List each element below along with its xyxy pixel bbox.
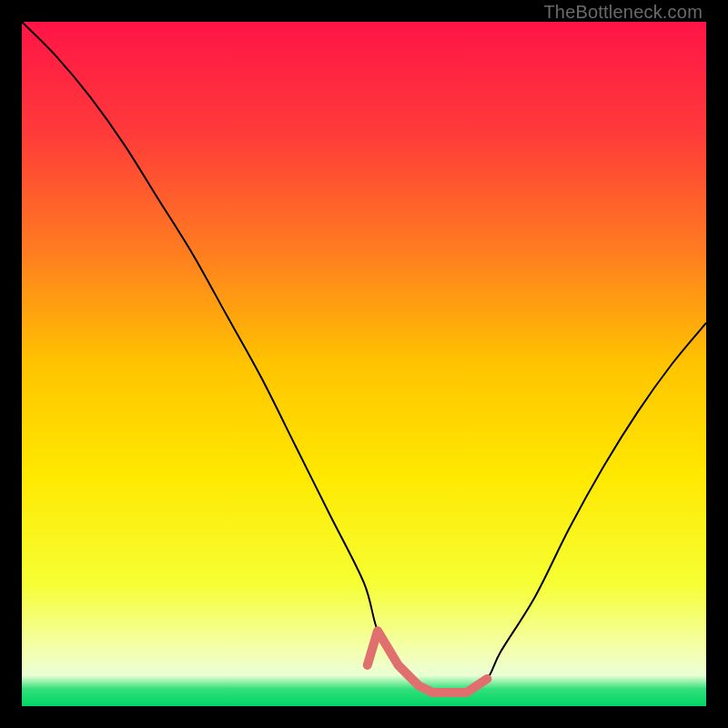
- chart-container: TheBottleneck.com: [0, 0, 728, 728]
- bottleneck-chart: [22, 22, 706, 706]
- gradient-background: [22, 22, 706, 706]
- watermark-text: TheBottleneck.com: [543, 2, 703, 23]
